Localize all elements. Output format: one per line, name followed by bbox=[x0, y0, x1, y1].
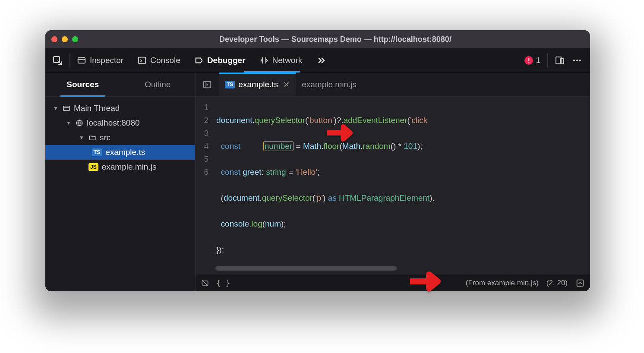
minimize-window-button[interactable] bbox=[62, 36, 68, 42]
twisty-down-icon: ▼ bbox=[66, 120, 72, 126]
tree-host[interactable]: ▼ localhost:8080 bbox=[45, 116, 195, 130]
tree-main-thread-label: Main Thread bbox=[74, 104, 120, 113]
editor-statusbar: { } (From example.min.js) (2, 20) bbox=[196, 274, 590, 291]
svg-rect-3 bbox=[139, 57, 146, 63]
ts-badge-icon: TS bbox=[225, 81, 235, 88]
error-count-badge[interactable]: ! 1 bbox=[524, 56, 540, 65]
tree-folder-label: src bbox=[100, 133, 110, 142]
tree-file-example-ts[interactable]: TS example.ts bbox=[45, 145, 195, 160]
close-tab-button[interactable]: ✕ bbox=[283, 80, 290, 89]
toggle-sidebar-button[interactable] bbox=[196, 80, 219, 89]
twisty-down-icon: ▼ bbox=[53, 105, 59, 111]
svg-point-7 bbox=[576, 60, 578, 61]
console-icon bbox=[137, 56, 147, 65]
tab-debugger-label: Debugger bbox=[207, 56, 246, 65]
toolbar-divider bbox=[547, 54, 548, 67]
tree-folder-src[interactable]: ▼ src bbox=[45, 130, 195, 145]
blackbox-icon[interactable] bbox=[201, 279, 209, 287]
svg-point-6 bbox=[573, 60, 575, 61]
line-numbers: 1 2 3 4 5 6 bbox=[196, 97, 213, 274]
titlebar: Developer Tools — Sourcemaps Demo — http… bbox=[45, 30, 590, 48]
devtools-window: Developer Tools — Sourcemaps Demo — http… bbox=[45, 30, 590, 291]
tree-file-label: example.min.js bbox=[102, 162, 157, 172]
globe-icon bbox=[76, 119, 83, 127]
tab-network-label: Network bbox=[272, 56, 303, 65]
devtools-toolbar: Inspector Console Debugger Network ! 1 bbox=[45, 48, 590, 72]
tab-inspector[interactable]: Inspector bbox=[70, 48, 130, 72]
tab-debugger[interactable]: Debugger bbox=[187, 48, 253, 72]
tab-console-label: Console bbox=[150, 56, 180, 65]
tree-file-label: example.ts bbox=[105, 148, 145, 157]
tab-network[interactable]: Network bbox=[253, 48, 309, 72]
tree-main-thread[interactable]: ▼ Main Thread bbox=[45, 101, 195, 116]
network-icon bbox=[259, 56, 269, 65]
window-icon bbox=[63, 104, 70, 112]
ts-badge-icon: TS bbox=[92, 148, 102, 156]
svg-rect-9 bbox=[63, 106, 69, 111]
editor-tab-example-min-js[interactable]: example.min.js bbox=[296, 72, 363, 96]
folder-icon bbox=[88, 134, 96, 142]
editor-tab-example-ts[interactable]: TS example.ts ✕ bbox=[219, 72, 296, 96]
map-scopes-button[interactable] bbox=[575, 278, 585, 288]
window-title: Developer Tools — Sourcemaps Demo — http… bbox=[87, 35, 584, 44]
tree-host-label: localhost:8080 bbox=[87, 118, 140, 128]
chevron-double-right-icon bbox=[316, 55, 326, 66]
js-badge-icon: JS bbox=[88, 163, 98, 171]
sources-sidebar: Sources Outline ▼ Main Thread ▼ localhos… bbox=[45, 72, 196, 291]
maximize-window-button[interactable] bbox=[72, 36, 78, 42]
code-editor[interactable]: 1 2 3 4 5 6 document.querySelector('butt… bbox=[196, 97, 590, 274]
svg-rect-16 bbox=[577, 280, 584, 286]
inspector-icon bbox=[77, 56, 86, 65]
pretty-print-button[interactable]: { } bbox=[216, 278, 230, 287]
debugger-icon bbox=[194, 56, 204, 65]
error-count: 1 bbox=[536, 56, 540, 65]
traffic-lights bbox=[51, 36, 78, 42]
tab-console[interactable]: Console bbox=[130, 48, 187, 72]
horizontal-scrollbar[interactable] bbox=[215, 266, 397, 271]
tab-overflow-button[interactable] bbox=[309, 48, 333, 72]
sourcemap-origin: (From example.min.js) bbox=[466, 279, 539, 287]
annotation-arrow-icon bbox=[410, 269, 441, 293]
svg-rect-1 bbox=[78, 57, 85, 63]
element-picker-button[interactable] bbox=[45, 48, 69, 72]
sidebar-tab-outline-label: Outline bbox=[145, 80, 170, 89]
sidebar-tab-outline[interactable]: Outline bbox=[120, 72, 196, 96]
sidebar-tab-sources[interactable]: Sources bbox=[45, 72, 120, 96]
kebab-menu-button[interactable] bbox=[572, 55, 582, 66]
editor-tab-label: example.min.js bbox=[302, 80, 357, 89]
source-tree: ▼ Main Thread ▼ localhost:8080 ▼ src TS … bbox=[45, 97, 195, 291]
error-icon: ! bbox=[524, 56, 533, 65]
twisty-down-icon: ▼ bbox=[79, 135, 85, 141]
editor-tab-label: example.ts bbox=[238, 80, 278, 89]
svg-point-8 bbox=[579, 60, 581, 61]
responsive-design-button[interactable] bbox=[555, 55, 565, 66]
editor-tabs: TS example.ts ✕ example.min.js bbox=[196, 72, 590, 97]
annotation-arrow-icon bbox=[327, 123, 353, 143]
editor-pane: TS example.ts ✕ example.min.js 1 2 3 4 5… bbox=[196, 72, 590, 291]
tree-file-example-min-js[interactable]: JS example.min.js bbox=[45, 160, 195, 174]
code-content: document.querySelector('button')?.addEve… bbox=[213, 97, 590, 274]
close-window-button[interactable] bbox=[51, 36, 57, 42]
sidebar-tab-sources-label: Sources bbox=[66, 80, 99, 89]
highlighted-type: number bbox=[263, 141, 294, 151]
picker-icon bbox=[52, 55, 63, 66]
cursor-position: (2, 20) bbox=[546, 279, 568, 287]
tab-inspector-label: Inspector bbox=[90, 56, 123, 65]
